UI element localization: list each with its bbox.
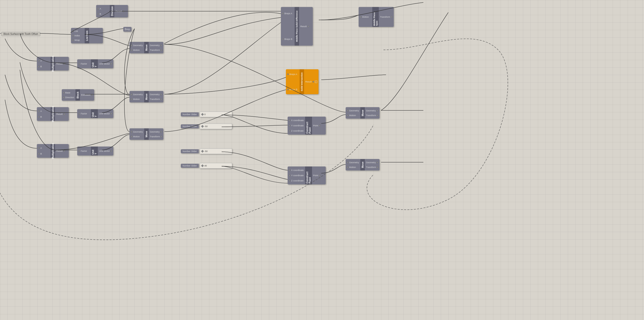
multiplication1-node: A B Multiplication Result <box>37 57 69 71</box>
move-right2-node: Geometry Motion Move Geometry Transform <box>346 159 380 170</box>
multiplication3-node: A B Multiplication Result <box>37 144 69 158</box>
unit-y3-node: Factor Unit Y Unit vector <box>77 147 113 156</box>
number-slider4[interactable]: Number Slider 40 <box>181 163 232 168</box>
division-node: A B Division Result <box>96 5 128 18</box>
number-slider2[interactable]: Number Slider -50 <box>181 124 232 129</box>
brep-param: Brep <box>123 27 132 32</box>
construct-point2-node: X coordinate Y coordinate Z coordinate C… <box>288 166 326 184</box>
list-item-node: List Index Wrap List Item <box>71 28 103 43</box>
block-surface-label: Block Surface with Tooth Offset <box>1 32 40 36</box>
multiplication2-node: A B Multiplication Result <box>37 107 69 121</box>
unit-y2-node: Factor Unit Y Unit vector <box>77 109 113 118</box>
move3-node: Geometry Motion Move Geometry Transform <box>130 128 163 140</box>
middle-piece-spac-node: Motion Middle Piece Spac Transform <box>358 7 394 27</box>
move1-node: Geometry Motion Move Geometry Transform <box>130 42 163 53</box>
move-right1-node: Geometry Motion Move Geometry Transform <box>346 107 380 119</box>
move2-node: Geometry Motion Move Geometry Transform <box>130 91 163 102</box>
number-slider1[interactable]: Number Slider 0 <box>181 112 232 117</box>
solid-intersection-node: Breps A Breps B Solid Intersection Resul… <box>286 69 318 94</box>
unit-y1-node: Factor Unit Y Unit vector <box>77 59 113 68</box>
construct-point1-node: X coordinate Y coordinate Z coordinate C… <box>288 117 326 135</box>
number-slider3[interactable]: Number Slider -50 <box>181 149 232 154</box>
middle-piece-solid-diff-node: Breps A Breps B Middle Piece Solid Diffe… <box>281 7 313 46</box>
block-node: Base Direction Block Extrusion <box>62 89 94 101</box>
